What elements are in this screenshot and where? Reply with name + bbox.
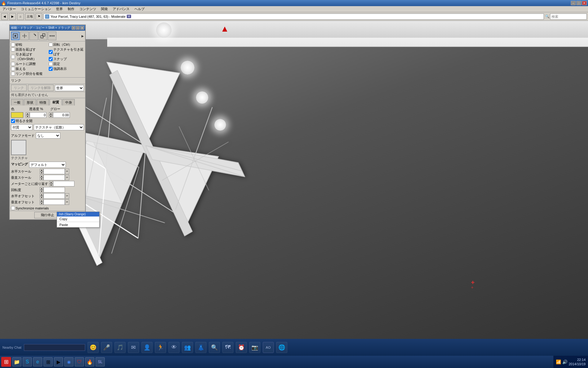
color-swatch[interactable] [11, 112, 23, 118]
taskbar-media[interactable]: ▶ [54, 357, 63, 366]
more-tool-btn[interactable] [48, 32, 56, 40]
v-scale-down[interactable]: ▼ [40, 178, 43, 180]
taskbar-firestorm[interactable]: 🔥 [85, 357, 94, 366]
tile-up[interactable]: ▲ [49, 181, 53, 184]
map-icon-group[interactable]: 🗺 [222, 342, 233, 353]
im-btn[interactable]: ✉ [128, 342, 139, 353]
clock-btn[interactable]: ⏰ [236, 342, 247, 353]
context-paste[interactable]: Paste [57, 222, 99, 227]
snapshot-btn[interactable]: 📷 [249, 342, 260, 353]
link-btn[interactable]: リンク [11, 78, 21, 83]
flag-btn[interactable]: ⚑ [36, 13, 42, 20]
taskbar-metro[interactable]: ⊞ [43, 357, 53, 366]
search-btn[interactable]: 🔍 [209, 342, 220, 353]
tray-speaker[interactable]: 🔊 [562, 359, 567, 364]
forward-btn[interactable]: ▶ [9, 13, 16, 20]
glow-spin-down[interactable]: ▼ [49, 115, 53, 118]
glow-spin-up[interactable]: ▲ [49, 112, 53, 115]
avatar-icon-group[interactable]: 😊 [88, 342, 99, 353]
minimize-btn[interactable]: ─ [571, 1, 576, 5]
hoffset-reset[interactable]: ⟳ [65, 193, 69, 199]
mapping-select[interactable]: デフォルト [29, 162, 66, 168]
appearance-btn[interactable]: 👗 [195, 342, 206, 353]
tab-contents[interactable]: 中身 [62, 99, 75, 105]
rot-input[interactable]: 0.00000 [43, 187, 65, 193]
select-tool-btn[interactable] [11, 32, 20, 40]
v-scale-up[interactable]: ▲ [40, 175, 43, 178]
im-icon-group[interactable]: ✉ [128, 342, 139, 353]
start-button[interactable]: ⊞ [1, 357, 11, 367]
menu-world[interactable]: 世界 [55, 6, 64, 12]
material-select[interactable]: 付質 [11, 124, 32, 130]
tab-general[interactable]: 一般 [11, 99, 23, 105]
hoffset-up[interactable]: ▲ [40, 193, 43, 196]
search-icon-group[interactable]: 🔍 [209, 342, 220, 353]
panel-help-btn[interactable]: ? [72, 26, 75, 30]
alpha-mode-select[interactable]: なし [36, 132, 60, 139]
scale-tool-btn[interactable] [39, 32, 47, 40]
trans-input[interactable]: 0 [30, 112, 47, 118]
menu-communication[interactable]: コミュニケーション [20, 6, 52, 12]
arrow-right-icon[interactable]: ▶ [81, 34, 84, 38]
world-select[interactable]: 世界 [55, 85, 84, 91]
avatar-btn[interactable]: 😊 [88, 342, 99, 353]
snapshot-icon-group[interactable]: 📷 [249, 342, 260, 353]
rot-up[interactable]: ▲ [40, 187, 43, 190]
voffset-input[interactable]: 0.00000 [43, 199, 65, 205]
voice-btn[interactable]: 🎤 [101, 342, 112, 353]
sync-checkbox[interactable] [11, 206, 15, 210]
unlink-action-btn[interactable]: リンクを解除 [28, 85, 54, 91]
chat-input[interactable] [24, 344, 85, 351]
restore-btn[interactable]: □ [576, 1, 581, 5]
people-btn[interactable]: 👤 [141, 342, 153, 353]
panel-title-bar[interactable]: 移動・ドラッグ・コピー = Shift + ドラッグ ? ─ ✕ [10, 25, 85, 31]
voffset-down[interactable]: ▼ [40, 202, 43, 205]
group-icon-group[interactable]: 👥 [182, 342, 193, 353]
taskbar-av[interactable]: 🛡 [75, 357, 84, 366]
taskbar-ie[interactable]: e [33, 357, 42, 366]
map-btn[interactable]: 🗺 [222, 342, 233, 353]
voffset-up[interactable]: ▲ [40, 199, 43, 202]
movement-icon-group[interactable]: 🏃 [155, 342, 166, 353]
glow-input[interactable]: 0.00 [53, 112, 70, 118]
land-btn[interactable]: 土地 [25, 13, 34, 20]
trans-spin-up[interactable]: ▲ [26, 112, 29, 115]
tab-features[interactable]: 特徴 [37, 99, 49, 105]
ao-icon-group[interactable]: AO [263, 342, 274, 353]
texture-thumbnail[interactable] [11, 140, 26, 155]
menu-help[interactable]: ヘルプ [133, 6, 146, 12]
h-scale-up[interactable]: ▲ [40, 169, 43, 171]
panel-minimize-btn[interactable]: ─ [76, 26, 80, 30]
ao-btn[interactable]: AO [263, 342, 274, 353]
music-icon-group[interactable]: 🎵 [115, 342, 126, 353]
close-btn[interactable]: ✕ [582, 1, 587, 5]
tab-material[interactable]: 材質 [50, 99, 62, 105]
movement-btn[interactable]: 🏃 [155, 342, 166, 353]
hoffset-input[interactable]: 0.00000 [43, 193, 65, 199]
menu-avatar[interactable]: アバター [1, 6, 17, 12]
tab-shape[interactable]: 形状 [24, 99, 36, 105]
menu-content[interactable]: コンテンツ [78, 6, 97, 12]
taskbar-chrome[interactable]: ◉ [64, 357, 74, 366]
appearance-icon-group[interactable]: 👗 [195, 342, 206, 353]
camera-btn[interactable]: 👁 [168, 342, 179, 353]
v-scale-reset[interactable]: ⟳ [65, 175, 69, 180]
taskbar-explorer[interactable]: 📁 [12, 357, 21, 366]
panel-close-btn[interactable]: ✕ [80, 26, 84, 30]
viewport[interactable]: ▲ ✚+ [0, 21, 588, 339]
v-scale-input[interactable]: 1.00000 [43, 175, 65, 180]
people-icon-group[interactable]: 👤 [141, 342, 153, 353]
music-btn[interactable]: 🎵 [115, 342, 126, 353]
h-scale-down[interactable]: ▼ [40, 171, 43, 174]
texture-type-select[interactable]: テクスチャ（拡散） [34, 124, 84, 130]
rotate-tool-btn[interactable] [29, 32, 38, 40]
menu-dev[interactable]: 関発 [100, 6, 109, 12]
tray-network[interactable]: 📶 [556, 359, 561, 364]
link-action-btn[interactable]: リンク [11, 85, 27, 91]
hoffset-down[interactable]: ▼ [40, 196, 43, 199]
trans-spin-down[interactable]: ▼ [26, 115, 29, 118]
clock-icon-group[interactable]: ⏰ [236, 342, 247, 353]
menu-advanced[interactable]: アドバンス [111, 6, 131, 12]
home-btn[interactable]: ⌂ [17, 13, 24, 20]
context-copy[interactable]: Copy [57, 217, 99, 221]
